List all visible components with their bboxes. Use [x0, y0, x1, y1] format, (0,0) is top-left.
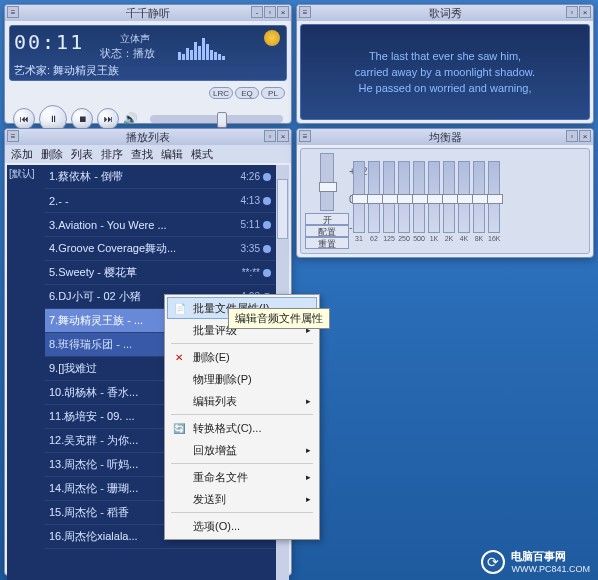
menu-item[interactable]: 🔄转换格式(C)...: [167, 417, 317, 439]
eq-button[interactable]: EQ: [235, 87, 259, 99]
menu-item[interactable]: ✕删除(E): [167, 346, 317, 368]
track-duration: 4:13: [241, 195, 271, 206]
minimize-icon[interactable]: -: [251, 6, 263, 18]
playlist-titlebar: ≡ 播放列表 ▫ ×: [5, 129, 291, 145]
track-title: 9.[]我难过: [49, 361, 97, 376]
eq-menu-icon[interactable]: ≡: [299, 130, 311, 142]
menu-item[interactable]: 物理删除(P): [167, 368, 317, 390]
track-indicator-icon: [263, 269, 271, 277]
playlist-menu-item[interactable]: 列表: [71, 147, 93, 162]
next-button[interactable]: ⏭: [97, 108, 119, 130]
eq-配置-button[interactable]: 配置: [305, 225, 349, 237]
track-row[interactable]: 5.Sweety - 樱花草**:**: [45, 261, 275, 285]
eq-slider-4K[interactable]: [458, 161, 470, 233]
track-duration: 4:26: [241, 171, 271, 182]
eq-重置-button[interactable]: 重置: [305, 237, 349, 249]
eq-slider-500[interactable]: [413, 161, 425, 233]
eq-band-label: 250: [398, 235, 410, 242]
default-playlist-label[interactable]: [默认]: [9, 167, 35, 181]
eq-slider-250[interactable]: [398, 161, 410, 233]
lyrics-title: 歌词秀: [429, 6, 462, 21]
headphone-icon[interactable]: [264, 30, 280, 46]
scrollbar-thumb[interactable]: [277, 179, 288, 239]
menu-item[interactable]: 编辑列表: [167, 390, 317, 412]
menu-item-label: 转换格式(C)...: [193, 421, 261, 436]
eq-band-label: 16K: [488, 235, 500, 242]
prev-button[interactable]: ⏮: [13, 108, 35, 130]
eq-slider-125[interactable]: [383, 161, 395, 233]
lyrics-menu-icon[interactable]: ≡: [299, 6, 311, 18]
menu-item-label: 重命名文件: [193, 470, 248, 485]
lyrics-body: The last that ever she saw him,carried a…: [300, 24, 590, 120]
eq-close-icon[interactable]: ×: [579, 130, 591, 142]
player-menu-icon[interactable]: ≡: [7, 6, 19, 18]
eq-band-2K: 2K: [443, 161, 455, 242]
playlist-min-icon[interactable]: ▫: [264, 130, 276, 142]
eq-body: 开配置重置 +120-12 31621252505001K2K4K8K16K: [300, 148, 590, 254]
menu-item[interactable]: 发送到: [167, 488, 317, 510]
menu-item-label: 选项(O)...: [193, 519, 240, 534]
eq-开-button[interactable]: 开: [305, 213, 349, 225]
track-row[interactable]: 2.- -4:13: [45, 189, 275, 213]
player-titlebar: ≡ 千千静听 - ▫ ×: [5, 5, 291, 21]
context-menu: 📄批量文件属性(I)...批量评级✕删除(E)物理删除(P)编辑列表🔄转换格式(…: [164, 294, 320, 540]
track-row[interactable]: 3.Aviation - You Were ...5:11: [45, 213, 275, 237]
stop-button[interactable]: ⏹: [71, 108, 93, 130]
eq-band-62: 62: [368, 161, 380, 242]
playlist-menu-item[interactable]: 删除: [41, 147, 63, 162]
playlist-menu: 添加删除列表排序查找编辑模式: [5, 145, 291, 163]
menu-item[interactable]: 选项(O)...: [167, 515, 317, 537]
status-display: 状态：播放: [100, 46, 155, 61]
eq-band-label: 62: [370, 235, 378, 242]
eq-band-label: 500: [413, 235, 425, 242]
playlist-menu-item[interactable]: 排序: [101, 147, 123, 162]
watermark-url: WWW.PC841.COM: [511, 564, 590, 574]
lrc-button[interactable]: LRC: [209, 87, 233, 99]
playlist-menu-item[interactable]: 模式: [191, 147, 213, 162]
pl-button[interactable]: PL: [261, 87, 285, 99]
volume-slider[interactable]: [150, 115, 283, 123]
playlist-menu-item[interactable]: 查找: [131, 147, 153, 162]
track-title: 10.胡杨林 - 香水...: [49, 385, 138, 400]
eq-slider-1K[interactable]: [428, 161, 440, 233]
eq-title: 均衡器: [429, 130, 462, 145]
track-title: 6.DJ小可 - 02 小猪: [49, 289, 141, 304]
playlist-menu-item[interactable]: 编辑: [161, 147, 183, 162]
eq-slider-16K[interactable]: [488, 161, 500, 233]
speaker-icon[interactable]: 🔊: [123, 112, 138, 126]
track-title: 16.周杰伦xialala...: [49, 529, 138, 544]
track-title: 7.舞动精灵王族 - ...: [49, 313, 143, 328]
menu-item[interactable]: 回放增益: [167, 439, 317, 461]
eq-sliders: +120-12 31621252505001K2K4K8K16K: [353, 153, 585, 249]
playlist-menu-item[interactable]: 添加: [11, 147, 33, 162]
track-title: 3.Aviation - You Were ...: [49, 219, 167, 231]
eq-slider-2K[interactable]: [443, 161, 455, 233]
track-row[interactable]: 4.Groove Coverage舞动...3:35: [45, 237, 275, 261]
track-title: 11.杨培安 - 09. ...: [49, 409, 135, 424]
close-icon[interactable]: ×: [277, 6, 289, 18]
lyrics-close-icon[interactable]: ×: [579, 6, 591, 18]
menu-separator: [171, 463, 313, 464]
track-title: 2.- -: [49, 195, 69, 207]
track-row[interactable]: 1.蔡依林 - 倒带4:26: [45, 165, 275, 189]
lyrics-min-icon[interactable]: ▫: [566, 6, 578, 18]
track-title: 15.周杰伦 - 稻香: [49, 505, 129, 520]
eq-band-31: 31: [353, 161, 365, 242]
mini-mode-icon[interactable]: ▫: [264, 6, 276, 18]
eq-slider-8K[interactable]: [473, 161, 485, 233]
eq-band-125: 125: [383, 161, 395, 242]
eq-band-4K: 4K: [458, 161, 470, 242]
playlist-menu-icon[interactable]: ≡: [7, 130, 19, 142]
lyrics-titlebar: ≡ 歌词秀 ▫ ×: [297, 5, 593, 21]
eq-slider-62[interactable]: [368, 161, 380, 233]
eq-preamp-slider[interactable]: [320, 153, 334, 211]
playlist-title: 播放列表: [126, 130, 170, 145]
watermark-logo-icon: ⟳: [481, 550, 505, 574]
track-indicator-icon: [263, 197, 271, 205]
eq-slider-31[interactable]: [353, 161, 365, 233]
track-indicator-icon: [263, 173, 271, 181]
eq-min-icon[interactable]: ▫: [566, 130, 578, 142]
menu-item[interactable]: 重命名文件: [167, 466, 317, 488]
lyric-line: He passed on worried and warning,: [358, 82, 531, 94]
playlist-close-icon[interactable]: ×: [277, 130, 289, 142]
